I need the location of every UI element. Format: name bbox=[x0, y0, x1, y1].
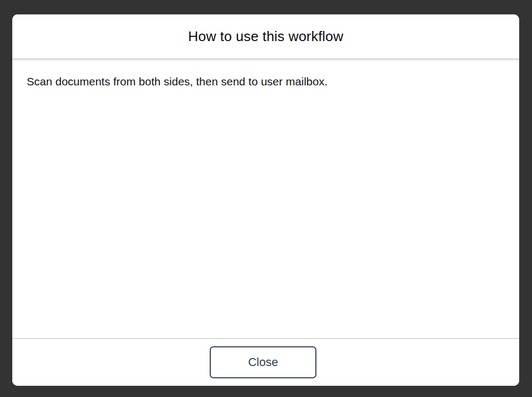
overlay-backdrop: { "dialog": { "title": "How to use this … bbox=[0, 0, 532, 397]
dialog-description: Scan documents from both sides, then sen… bbox=[27, 74, 505, 89]
dialog-header: How to use this workflow bbox=[12, 14, 519, 59]
help-dialog: How to use this workflow Scan documents … bbox=[12, 14, 519, 386]
dialog-footer: Close bbox=[12, 338, 519, 386]
dialog-body: Scan documents from both sides, then sen… bbox=[12, 59, 519, 338]
dialog-title: How to use this workflow bbox=[188, 28, 344, 45]
close-button[interactable]: Close bbox=[210, 346, 316, 378]
